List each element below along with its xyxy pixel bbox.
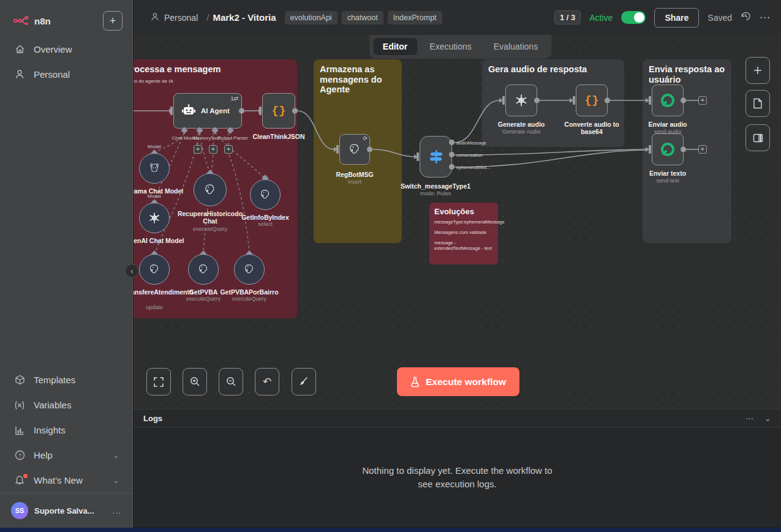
input-port: [649, 145, 651, 154]
node-enviar-texto[interactable]: [652, 133, 684, 165]
switch-output-audiomessage[interactable]: [449, 140, 455, 145]
history-icon[interactable]: [741, 11, 751, 24]
switch-output-conversation[interactable]: [449, 152, 455, 157]
sidebar-item-personal[interactable]: Personal: [0, 62, 132, 87]
add-node-after-audio-button[interactable]: +: [698, 96, 707, 105]
tab-editor[interactable]: Editor: [373, 38, 417, 55]
user-more-icon[interactable]: ...: [112, 506, 121, 515]
node-label: Generate audio: [498, 121, 545, 128]
sidebar-item-label: What’s New: [34, 475, 83, 485]
switch-output-ephemeral[interactable]: [449, 164, 455, 170]
node-label: Converte audio to base64: [561, 121, 622, 135]
sidebar-item-templates[interactable]: Templates: [0, 367, 132, 392]
undo-button[interactable]: ↶: [255, 368, 279, 395]
brand-name: n8n: [34, 16, 51, 26]
fit-view-button[interactable]: [146, 368, 171, 395]
add-memory-button[interactable]: +: [194, 145, 202, 154]
tab-executions[interactable]: Executions: [420, 38, 481, 55]
node-subtitle: update: [146, 304, 163, 310]
input-port: [573, 96, 575, 105]
share-button[interactable]: Share: [654, 8, 699, 28]
node-label: RegBotMSG: [336, 171, 373, 178]
person-icon: [13, 69, 26, 80]
sidebar-item-insights[interactable]: Insights: [0, 418, 132, 443]
breadcrumb-project[interactable]: Personal: [164, 13, 198, 23]
more-options-icon[interactable]: ⋯: [760, 11, 770, 24]
logs-panel: Nothing to display yet. Execute the work…: [134, 427, 781, 527]
output-port[interactable]: [681, 147, 686, 152]
node-getpvbaporbairro[interactable]: [234, 254, 265, 285]
evolution-api-icon: [659, 141, 676, 158]
sidebar-collapse-button[interactable]: ‹: [125, 264, 139, 278]
sidebar-item-label: Insights: [34, 425, 66, 435]
add-node-after-texto-button[interactable]: +: [698, 145, 707, 154]
node-ollama-chat-model[interactable]: [139, 153, 170, 184]
output-port[interactable]: [534, 98, 540, 103]
node-cleanthinkjson[interactable]: {}: [262, 93, 295, 129]
group-subtitle: Bloco do agente de IA: [134, 78, 291, 84]
add-sticky-note-button[interactable]: [745, 90, 770, 117]
add-tool-button[interactable]: +: [209, 145, 217, 154]
postgres-icon: [148, 263, 161, 276]
repeat-icon: ⇄: [233, 96, 238, 102]
node-regbotmsg[interactable]: ⟳: [339, 134, 370, 165]
toggle-panel-button[interactable]: [745, 124, 770, 151]
add-parser-button[interactable]: +: [224, 145, 233, 154]
output-port[interactable]: [605, 98, 610, 103]
output-port[interactable]: [239, 108, 244, 114]
output-port[interactable]: [367, 147, 372, 152]
node-subtitle: send-text: [656, 178, 679, 184]
insights-chart-icon: [13, 425, 26, 435]
user-menu[interactable]: SS Suporte Salva... ...: [0, 493, 132, 528]
sidebar-item-label: Help: [34, 450, 53, 460]
node-getinfobyindex[interactable]: [250, 179, 281, 210]
tag-chatwoot[interactable]: chatwoot: [342, 11, 383, 24]
llama-icon: [148, 161, 161, 176]
output-label: ephemeralMes...: [456, 165, 491, 170]
logs-more-icon[interactable]: ⋯: [745, 414, 753, 423]
tag-indexprompt[interactable]: IndexPrompt: [388, 11, 442, 24]
node-label: TransfereAtendimento: [134, 288, 184, 296]
zoom-in-button[interactable]: [183, 368, 207, 395]
sidebar-item-label: Variables: [34, 400, 71, 410]
node-enviar-audio[interactable]: [652, 84, 684, 116]
input-port: [417, 152, 419, 161]
sidebar-item-label: Templates: [34, 375, 75, 385]
execute-workflow-button[interactable]: Execute workflow: [397, 367, 519, 396]
active-toggle[interactable]: [621, 11, 646, 24]
help-icon: ?: [13, 450, 26, 460]
node-label: RecuperaHistoricodo Chat: [176, 210, 244, 225]
logs-collapse-icon[interactable]: ⌄: [764, 414, 771, 423]
group-title: Envia resposta ao usuário: [649, 64, 725, 84]
node-ai-agent[interactable]: 1⇄ AI Agent: [173, 93, 242, 129]
note-line: messageType:ephemeralMessage: [434, 219, 493, 225]
group-title: Processa e mensagem: [134, 64, 291, 75]
tidy-up-button[interactable]: [292, 368, 316, 395]
sidebar-item-whats-new[interactable]: What’s New ⌄: [0, 468, 132, 493]
output-port[interactable]: [292, 108, 298, 114]
node-getpvba[interactable]: [188, 254, 219, 285]
workflow-title[interactable]: Mark2 - Vitoria: [213, 12, 276, 23]
add-node-button[interactable]: [745, 57, 770, 84]
sticky-note-evolucoes[interactable]: Evoluções messageType:ephemeralMessage M…: [429, 203, 498, 264]
postgres-icon: [197, 263, 210, 276]
node-openai-chat-model[interactable]: [139, 203, 170, 233]
node-converte-audio-base64[interactable]: {}: [576, 84, 608, 116]
output-port[interactable]: [681, 98, 686, 103]
node-transfereatendimento[interactable]: [139, 254, 170, 285]
tag-evolutionapi[interactable]: evolutionApi: [285, 11, 338, 24]
tab-evaluations[interactable]: Evaluations: [484, 38, 548, 55]
templates-box-icon: [13, 375, 26, 385]
node-recuperahistoricodochat[interactable]: [194, 173, 227, 206]
sidebar-item-help[interactable]: ? Help ⌄: [0, 443, 132, 468]
sidebar-item-variables[interactable]: Variables: [0, 392, 132, 418]
node-generate-audio[interactable]: [505, 84, 537, 116]
sidebar-item-overview[interactable]: Overview: [0, 37, 132, 62]
new-workflow-button[interactable]: +: [103, 11, 123, 31]
logs-header[interactable]: Logs ⋯ ⌄: [134, 409, 781, 427]
node-label: Enviar texto: [649, 170, 686, 177]
port-label: Model: [148, 193, 161, 199]
zoom-out-button[interactable]: [219, 368, 243, 395]
node-switch-messagetype1[interactable]: [420, 136, 452, 178]
workflow-canvas[interactable]: Processa e mensagem Bloco do agente de I…: [134, 35, 781, 409]
